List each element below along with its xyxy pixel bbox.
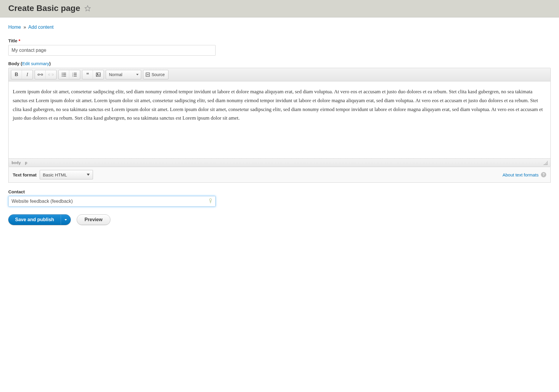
image-button[interactable] [93,70,104,79]
paragraph-format-value: Normal [109,72,122,77]
svg-point-6 [62,76,62,77]
form-actions: Save and publish Preview [8,214,551,225]
svg-rect-3 [63,73,66,73]
text-format-select[interactable]: Basic HTML [40,170,93,179]
format-right: About text formats ? [502,172,546,177]
svg-point-2 [62,73,62,74]
text-format-bar: Text format Basic HTML About text format… [8,167,551,183]
svg-point-17 [210,199,212,201]
help-icon[interactable]: ? [541,172,546,177]
toolbar-group-lists: 123 [58,70,80,79]
text-format-label: Text format [13,172,37,177]
svg-rect-7 [63,76,66,76]
toolbar-group-links [35,70,57,79]
edit-summary-link[interactable]: Edit summary [22,61,49,66]
unlink-button [46,70,56,79]
svg-point-15 [97,74,98,75]
numbered-list-button[interactable]: 123 [69,70,80,79]
save-publish-button[interactable]: Save and publish [9,215,61,225]
main-content: Home » Add content Title * Body (Edit su… [0,17,559,237]
element-path: body p [12,160,27,165]
toolbar-group-media: ❝ [82,70,104,79]
chevron-down-icon [65,219,67,221]
wysiwyg-editor: B I 123 [8,68,551,167]
svg-marker-0 [85,6,90,11]
page-title: Create Basic page [8,4,80,13]
title-field-wrapper: Title * [8,38,551,56]
breadcrumb-separator: » [23,25,26,30]
svg-rect-13 [74,76,77,76]
contact-field-wrapper: Contact [8,189,551,207]
italic-button[interactable]: I [22,70,33,79]
body-label-close: ) [49,61,51,66]
bold-button[interactable]: B [11,70,22,79]
svg-point-4 [62,74,62,75]
bullet-list-button[interactable] [59,70,69,79]
breadcrumb: Home » Add content [8,25,551,30]
title-label-text: Title [8,38,17,43]
title-label: Title * [8,38,551,43]
body-label: Body (Edit summary) [8,61,551,66]
shortcut-star-icon[interactable] [84,5,91,12]
svg-rect-11 [74,74,77,75]
svg-text:3: 3 [72,75,73,77]
page-header: Create Basic page [0,0,559,17]
path-p[interactable]: p [25,160,27,165]
text-format-value: Basic HTML [43,172,67,177]
preview-button[interactable]: Preview [77,214,110,225]
editor-toolbar: B I 123 [9,68,550,81]
contact-input[interactable] [8,196,216,207]
svg-rect-9 [74,73,77,73]
required-indicator: * [19,38,20,43]
breadcrumb-home-link[interactable]: Home [8,25,21,30]
body-field-wrapper: Body (Edit summary) B I [8,61,551,183]
save-publish-toggle[interactable] [61,215,70,225]
paragraph-format-select[interactable]: Normal [106,70,141,79]
breadcrumb-add-content-link[interactable]: Add content [28,25,54,30]
path-body[interactable]: body [12,160,21,165]
source-button[interactable]: Source [143,70,168,79]
blockquote-button[interactable]: ❝ [82,70,93,79]
chevron-down-icon [87,174,90,176]
editor-paragraph: Lorem ipsum dolor sit amet, consetetur s… [13,87,546,123]
body-label-text: Body ( [8,61,22,66]
toolbar-group-text-style: B I [11,70,33,79]
svg-rect-5 [63,74,66,75]
link-button[interactable] [35,70,46,79]
source-button-label: Source [152,72,165,77]
contact-label: Contact [8,189,551,194]
editor-content-area[interactable]: Lorem ipsum dolor sit amet, consetetur s… [9,81,550,158]
contact-autocomplete [8,196,216,207]
title-input[interactable] [8,45,216,56]
about-text-formats-link[interactable]: About text formats [502,172,539,177]
autocomplete-throbber-icon [208,198,213,205]
resize-handle-icon[interactable] [543,161,547,165]
save-publish-dropbutton: Save and publish [8,214,71,225]
editor-footer: body p [9,158,550,167]
format-left: Text format Basic HTML [13,170,93,179]
chevron-down-icon [136,74,139,75]
